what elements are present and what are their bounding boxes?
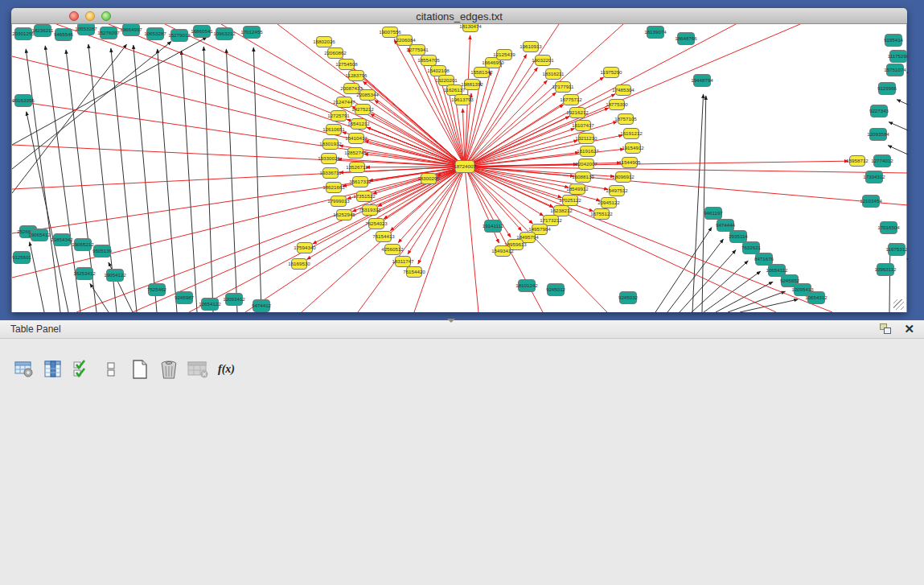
graph-node[interactable]: 17025122 [559, 196, 581, 206]
graph-node[interactable]: 19330026 [318, 154, 340, 164]
graph-node[interactable]: 16088139 [572, 172, 594, 183]
graph-node[interactable]: 21247447 [333, 97, 355, 108]
graph-node[interactable]: 12610651 [322, 125, 345, 135]
graph-node[interactable]: 18554705 [417, 56, 440, 66]
graph-node[interactable]: 9125601 [12, 252, 32, 264]
graph-node[interactable]: 19141112 [483, 220, 504, 233]
window-title-bar[interactable]: citations_edges.txt [11, 8, 907, 24]
graph-node[interactable]: 17999013 [327, 196, 350, 207]
graph-node[interactable]: 18096912 [612, 172, 634, 183]
new-document-icon[interactable] [129, 359, 150, 380]
graph-node[interactable]: 10654312 [805, 292, 827, 304]
network-canvas-area[interactable]: 2030125518236211946554610553287152760971… [11, 24, 907, 312]
graph-node[interactable]: 76154413 [372, 232, 395, 242]
graph-node[interactable]: 16191627 [577, 146, 599, 157]
graph-node[interactable]: 19154912 [622, 143, 644, 154]
graph-node[interactable]: 17012455 [240, 27, 263, 39]
graph-node[interactable]: 16191212 [620, 129, 643, 139]
rows-icon[interactable] [100, 359, 121, 380]
graph-node[interactable]: 12093412 [223, 294, 245, 306]
graph-node[interactable]: 9474412 [252, 300, 272, 312]
graph-node[interactable]: 10963212 [213, 28, 236, 40]
graph-node[interactable]: 18757105 [614, 114, 637, 125]
graph-node[interactable]: 11675312 [885, 244, 908, 256]
graph-node[interactable]: 13211210 [575, 134, 598, 144]
function-icon[interactable]: f(x) [216, 359, 237, 380]
table-settings-icon[interactable] [13, 359, 35, 380]
graph-node[interactable]: 22042007 [575, 159, 598, 170]
graph-node[interactable]: 12754508 [335, 60, 358, 70]
graph-node[interactable]: 11626137 [443, 85, 466, 96]
splitter-handle[interactable] [447, 319, 455, 323]
graph-node[interactable]: 9461197 [704, 208, 723, 220]
graph-node[interactable]: 16755122 [590, 209, 613, 220]
graph-node[interactable]: 18130474 [459, 24, 482, 32]
graph-node[interactable]: 2935114 [729, 231, 748, 243]
select-rows-icon[interactable] [71, 359, 92, 380]
graph-node[interactable]: 9465546 [54, 29, 74, 41]
graph-node[interactable]: 9245987 [175, 292, 195, 304]
graph-node[interactable]: 20163356 [12, 95, 35, 107]
graph-node[interactable]: 7525462 [147, 284, 167, 296]
graph-node[interactable]: 19032201 [532, 56, 554, 66]
graph-node[interactable]: 19065212 [72, 239, 94, 251]
graph-node[interactable]: 16253412 [73, 268, 96, 280]
graph-node[interactable]: 11544905 [618, 158, 641, 168]
graph-node[interactable]: 15279012 [168, 30, 191, 42]
graph-node[interactable]: 19054122 [104, 270, 126, 282]
graph-node[interactable]: 20945122 [598, 198, 620, 208]
float-panel-icon[interactable] [880, 323, 892, 335]
trash-icon[interactable] [158, 359, 179, 380]
graph-node[interactable]: 12093584 [867, 129, 889, 141]
graph-node[interactable]: 17177911 [552, 82, 574, 93]
graph-node[interactable]: 17351522 [353, 192, 376, 202]
graph-node[interactable]: 8471676 [754, 253, 774, 266]
graph-node[interactable]: 17594340 [294, 243, 316, 253]
graph-node[interactable]: 16802026 [313, 37, 335, 47]
graph-node[interactable]: 18301932 [319, 139, 342, 150]
graph-node[interactable]: 18648766 [675, 33, 697, 45]
graph-node[interactable]: 18316211 [542, 69, 565, 80]
graph-node[interactable]: 15497512 [606, 186, 628, 196]
graph-node[interactable]: 14275212 [351, 105, 374, 115]
graph-node[interactable]: 11175290 [888, 51, 908, 63]
graph-node[interactable]: 15402108 [427, 66, 450, 76]
graph-node[interactable]: 18311747 [392, 257, 414, 267]
graph-node[interactable]: 17016504 [877, 222, 900, 234]
graph-node[interactable]: 10553287 [75, 24, 97, 35]
graph-node[interactable]: 18775390 [606, 100, 628, 110]
graph-node[interactable]: 19065412 [28, 229, 51, 241]
graph-node[interactable]: 12206084 [393, 35, 416, 46]
graph-node[interactable]: 18621663 [322, 183, 345, 193]
graph-node[interactable]: 12775941 [406, 45, 429, 56]
graph-node[interactable]: 16169530 [288, 259, 310, 270]
graph-node[interactable]: 15751074 [884, 64, 906, 76]
graph-node[interactable]: 17304312 [863, 171, 885, 183]
graph-node[interactable]: 19336711 [319, 168, 342, 179]
graph-node[interactable]: 9245012 [546, 284, 566, 296]
graph-node[interactable]: 9227343 [869, 105, 889, 117]
graph-node[interactable]: 16775712 [560, 95, 582, 105]
graph-node[interactable]: 18139074 [644, 27, 667, 39]
graph-node[interactable]: 20301255 [12, 28, 35, 40]
graph-node[interactable]: 18724007 [454, 161, 476, 173]
graph-node[interactable]: 19610913 [519, 42, 542, 52]
delete-table-icon[interactable] [187, 359, 208, 380]
graph-node[interactable]: 18236211 [31, 25, 54, 37]
graph-node[interactable]: 16238212 [550, 206, 573, 216]
resize-grip[interactable] [893, 299, 904, 310]
graph-node[interactable]: 9245032 [618, 292, 639, 304]
graph-node[interactable]: 10654122 [199, 299, 221, 311]
graph-node[interactable]: 19881392 [461, 80, 483, 90]
graph-node[interactable]: 76154420 [403, 267, 425, 278]
graph-node[interactable]: 15958712 [846, 156, 869, 167]
graph-node[interactable]: 42560512 [381, 245, 404, 255]
graph-node[interactable]: 22060862 [324, 48, 347, 59]
graph-node[interactable]: 10963112 [874, 264, 897, 276]
graph-node[interactable]: 9474444 [716, 220, 736, 232]
network-graph[interactable]: 2030125518236211946554610553287152760971… [12, 24, 908, 312]
graph-node[interactable]: 10653287 [144, 28, 166, 40]
graph-node[interactable]: 9505139 [92, 245, 113, 257]
graph-node[interactable]: 19216212 [566, 108, 589, 118]
graph-node[interactable]: 15581342 [470, 68, 493, 78]
